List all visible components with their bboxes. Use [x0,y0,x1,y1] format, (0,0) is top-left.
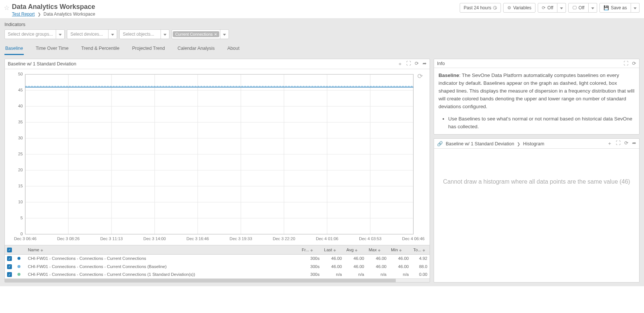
export-icon[interactable]: ➦ [632,140,636,147]
svg-text:Dec 3 16:46: Dec 3 16:46 [187,237,209,241]
close-icon[interactable]: ✕ [214,32,217,36]
indicator-chip[interactable]: Current Connections ✕ [173,31,219,37]
sort-icon[interactable]: ◆ [378,248,381,252]
svg-text:Dec 4 06:46: Dec 4 06:46 [402,237,425,241]
saveas-caret[interactable] [631,3,640,13]
sort-icon[interactable]: ◆ [355,248,357,252]
favorite-star-icon[interactable]: ☆ [4,4,10,12]
tab-trend-percentile[interactable]: Trend & Percentile [80,43,120,55]
indicator-select[interactable]: Current Connections ✕ [172,29,229,39]
export-icon[interactable]: ➦ [423,61,427,67]
chart-panel-header: Baseline w/ 1 Standard Deviation ＋ ⛶ ⟳ ➦ [5,59,430,69]
col-header[interactable] [15,245,26,255]
refresh-icon: ⟳ [542,5,546,10]
refresh-off-button[interactable]: ⟳ Off [538,3,557,13]
timerange-label: Past 24 hours [464,5,491,10]
table-row[interactable]: ✓CHI-FW01 - Connections - Connections - … [5,262,430,271]
info-bold: Baseline [438,72,459,78]
tabs: BaselineTime Over TimeTrend & Percentile… [4,43,640,55]
workspace: Baseline w/ 1 Standard Deviation ＋ ⛶ ⟳ ➦… [0,55,644,286]
monitor-icon: 🖵 [572,5,577,10]
series-color-dot [17,265,20,268]
clock-icon [493,6,497,10]
saveas-button[interactable]: 💾 Save as [599,3,631,13]
tab-projected-trend[interactable]: Projected Trend [131,43,165,55]
save-icon: 💾 [603,5,609,10]
row-checkbox[interactable]: ✓ [7,264,12,269]
table-row[interactable]: ✓CHI-FW01 - Connections - Connections - … [5,254,430,262]
refresh-icon[interactable]: ⟳ [415,61,419,67]
device-groups-select[interactable]: Select device groups... [4,29,65,39]
refresh-icon[interactable]: ⟳ [624,140,628,147]
chevron-down-icon [591,5,594,10]
plus-icon[interactable]: ＋ [398,61,402,67]
tab-calendar-analysis[interactable]: Calendar Analysis [177,43,216,55]
cell-min: 46.00 [389,254,411,262]
col-header[interactable]: Fr...◆ [300,245,322,255]
svg-text:Dec 4 03:53: Dec 4 03:53 [359,237,382,241]
svg-text:Dec 3 08:26: Dec 3 08:26 [57,237,80,241]
sort-icon[interactable]: ◆ [310,248,313,252]
chevron-down-icon[interactable] [108,30,117,39]
timerange-button[interactable]: Past 24 hours [460,3,501,13]
cell-last: n/a [322,271,344,279]
sort-icon[interactable]: ◆ [333,248,336,252]
chevron-down-icon[interactable] [161,30,169,39]
col-header[interactable]: Last◆ [322,245,344,255]
histogram-panel-tools: ＋ ⛶ ⟳ ➦ [607,140,636,147]
selectors-row: Select device groups... Select devices..… [4,29,640,39]
link-icon: 🔗 [437,141,443,146]
tabs-bar: BaselineTime Over TimeTrend & Percentile… [0,43,644,55]
header: ☆ Data Analytics Workspace Test Report ❯… [0,0,644,19]
histogram-panel: 🔗 Baseline w/ 1 Standard Deviation ❯ His… [434,138,640,283]
cell-avg: n/a [344,271,366,279]
chevron-down-icon[interactable] [220,30,229,39]
chevron-down-icon[interactable] [56,30,64,39]
table-row[interactable]: ✓CHI-FW01 - Connections - Connections - … [5,271,430,279]
row-checkbox[interactable]: ✓ [7,272,12,277]
sort-icon[interactable]: ◆ [423,248,425,252]
col-header[interactable]: ✓ [5,245,15,255]
select-all-checkbox[interactable]: ✓ [7,248,12,252]
expand-icon[interactable]: ⛶ [624,61,628,66]
objects-placeholder: Select objects... [120,32,161,37]
sort-icon[interactable]: ◆ [399,248,402,252]
breadcrumb-link[interactable]: Test Report [12,12,35,17]
histogram-panel-header: 🔗 Baseline w/ 1 Standard Deviation ❯ His… [434,139,639,149]
objects-select[interactable]: Select objects... [119,29,169,39]
expand-icon[interactable]: ⛶ [616,140,621,147]
presentation-off-caret[interactable] [589,3,597,13]
right-column: Info ⛶ ⟳ Baseline: The SevOne Data Platf… [434,59,640,283]
sort-icon[interactable]: ◆ [41,248,43,252]
expand-icon[interactable]: ⛶ [406,61,411,67]
tab-about[interactable]: About [227,43,240,55]
col-header[interactable]: Min◆ [389,245,411,255]
svg-text:Dec 3 19:33: Dec 3 19:33 [230,237,252,241]
cell-fr: 300s [300,262,322,271]
plus-icon[interactable]: ＋ [607,140,612,147]
horizontal-scrollbar[interactable] [5,278,430,282]
refresh-off-caret[interactable] [557,3,566,13]
presentation-off-button[interactable]: 🖵 Off [568,3,589,13]
row-checkbox[interactable]: ✓ [7,256,12,261]
tab-baseline[interactable]: Baseline [4,43,24,55]
svg-text:0: 0 [20,232,23,236]
col-header[interactable]: Avg◆ [344,245,366,255]
histogram-link[interactable]: Baseline w/ 1 Standard Deviation [446,141,514,146]
chart-loading-icon[interactable]: ⟳ [417,72,423,80]
svg-text:50: 50 [18,72,23,76]
info-panel-tools: ⛶ ⟳ [624,61,636,66]
info-bullet: Use Baselines to see what's normal or no… [448,115,635,131]
col-header[interactable]: Max◆ [366,245,389,255]
svg-text:35: 35 [18,120,23,124]
breadcrumb-current: Data Analytics Workspace [43,12,95,17]
info-panel-body: Baseline: The SevOne Data Platform autom… [434,68,639,134]
series-color-dot [17,273,20,276]
col-header[interactable]: Name◆ [26,245,300,255]
variables-button[interactable]: ⚙ Variables [503,3,535,13]
info-text: : The SevOne Data Platform automatically… [438,72,634,109]
tab-time-over-time[interactable]: Time Over Time [35,43,69,55]
devices-select[interactable]: Select devices... [67,29,117,39]
refresh-icon[interactable]: ⟳ [632,61,636,66]
col-header[interactable]: To...◆ [411,245,430,255]
